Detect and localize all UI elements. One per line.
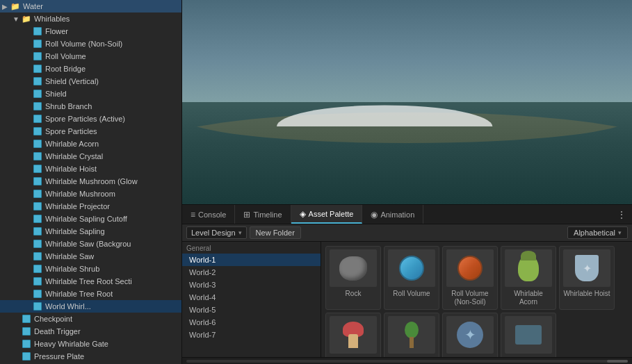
more-button[interactable]: ⋮ xyxy=(611,209,632,220)
tree-label: Whirlable Projector xyxy=(45,202,110,210)
asset-thumbnail xyxy=(563,249,610,287)
animation-icon: ◉ xyxy=(371,210,378,220)
asset-shape xyxy=(457,256,483,281)
asset-card-whirlable-saw[interactable]: ✦ Whirlable Saw xyxy=(442,313,498,357)
item-icon xyxy=(32,26,43,37)
sort-dropdown[interactable]: Alphabetical ▾ xyxy=(567,226,628,239)
item-icon xyxy=(21,326,32,337)
tree-label: Roll Volume xyxy=(45,52,86,60)
item-icon xyxy=(32,76,43,87)
item-icon xyxy=(32,263,43,274)
asset-card-whirlable-mushroom[interactable]: Whirlable Mushroom xyxy=(325,313,381,357)
asset-card-whirlable-sapling[interactable]: Whirlable Sapling xyxy=(384,313,439,357)
tree-label: Spore Particles (Active) xyxy=(45,115,125,123)
tree-label: Whirlable Hoist xyxy=(45,165,97,173)
tree-item-roll-volume-ns[interactable]: Roll Volume (Non-Soil) xyxy=(0,38,181,50)
tree-label: Pressure Plate xyxy=(34,352,84,361)
item-icon xyxy=(32,88,43,99)
tree-item-whirlable-saw[interactable]: Whirlable Saw xyxy=(0,250,181,263)
viewport xyxy=(182,0,632,204)
tree-item-whirlable-mushroom-glow[interactable]: Whirlable Mushroom (Glow xyxy=(0,175,181,188)
tree-item-spore-particles[interactable]: Spore Particles xyxy=(0,125,181,138)
folder-item-world-3[interactable]: World-3 xyxy=(182,279,321,291)
folder-item-world-4[interactable]: World-4 xyxy=(182,291,321,304)
new-folder-button[interactable]: New Folder xyxy=(250,226,301,239)
asset-label: Roll Volume (Non-Soil) xyxy=(446,290,494,306)
right-panel: ≡ Console ⊞ Timeline ◈ Asset Palette ◉ A… xyxy=(182,0,632,364)
tree-label: Shrub Branch xyxy=(45,102,92,110)
tree-item-water[interactable]: ▶ 📁 Water xyxy=(0,0,181,13)
folder-group-header: General xyxy=(182,242,321,254)
tree-item-whirlable-projector[interactable]: Whirlable Projector xyxy=(0,200,181,213)
toolbar-row: Level Design ▾ New Folder Alphabetical ▾ xyxy=(182,224,632,242)
folder-item-world-5[interactable]: World-5 xyxy=(182,304,321,316)
scrollbar-track[interactable] xyxy=(186,360,628,363)
tree-item-whirlable-tree-root-section[interactable]: Whirlable Tree Root Secti xyxy=(0,275,181,288)
tree-label: Root Bridge xyxy=(45,65,86,73)
item-icon xyxy=(32,226,43,237)
scrollbar-thumb[interactable] xyxy=(607,360,628,363)
asset-card-whirlable-saw-bg[interactable]: Whirlable Saw (Background) xyxy=(501,313,556,357)
timeline-icon: ⊞ xyxy=(243,210,250,220)
design-dropdown[interactable]: Level Design ▾ xyxy=(186,226,247,239)
tab-console-label: Console xyxy=(198,210,226,219)
item-icon xyxy=(32,38,43,49)
tree-item-heavy-whirlable-gate[interactable]: Heavy Whirlable Gate xyxy=(0,338,181,350)
tab-timeline[interactable]: ⊞ Timeline xyxy=(235,205,291,224)
asset-card-whirlable-acorn[interactable]: Whirlable Acorn xyxy=(501,246,556,310)
folder-item-world-2[interactable]: World-2 xyxy=(182,266,321,279)
tree-item-roll-volume[interactable]: Roll Volume xyxy=(0,50,181,63)
tree-item-whirlable-hoist[interactable]: Whirlable Hoist xyxy=(0,163,181,175)
tree-item-whirlable-sapling-cutoff[interactable]: Whirlable Sapling Cutoff xyxy=(0,213,181,225)
tree-item-whirlable-acorn[interactable]: Whirlable Acorn xyxy=(0,138,181,150)
folder-item-world-7[interactable]: World-7 xyxy=(182,329,321,341)
asset-thumbnail xyxy=(505,316,552,354)
item-icon xyxy=(32,176,43,187)
tab-animation[interactable]: ◉ Animation xyxy=(362,205,423,224)
design-label: Level Design xyxy=(191,229,236,237)
tab-asset-palette[interactable]: ◈ Asset Palette xyxy=(291,205,363,224)
folder-item-world-1[interactable]: World-1 xyxy=(182,254,321,266)
asset-shape xyxy=(401,322,422,348)
folder-icon: 📁 xyxy=(21,13,32,24)
tree-item-root-bridge[interactable]: Root Bridge xyxy=(0,63,181,75)
asset-thumbnail xyxy=(388,316,435,354)
folder-item-world-6[interactable]: World-6 xyxy=(182,316,321,329)
asset-card-whirlable-hoist[interactable]: Whirlable Hoist xyxy=(559,246,615,310)
asset-thumbnail xyxy=(330,249,377,287)
item-icon xyxy=(32,51,43,62)
tree-item-shield-vertical[interactable]: Shield (Vertical) xyxy=(0,75,181,88)
tree-item-world-whirl[interactable]: World Whirl... xyxy=(0,300,181,313)
tab-timeline-label: Timeline xyxy=(253,210,282,219)
tree-item-checkpoint[interactable]: Checkpoint xyxy=(0,313,181,325)
tree-item-whirlable-shrub[interactable]: Whirlable Shrub xyxy=(0,263,181,275)
item-icon xyxy=(32,213,43,224)
scrollbar-row xyxy=(182,357,632,364)
tree-label: Shield xyxy=(45,90,67,98)
tree-item-whirlable-crystal[interactable]: Whirlable Crystal xyxy=(0,150,181,163)
tree-item-shield[interactable]: Shield xyxy=(0,88,181,100)
tree-item-whirlable-sapling[interactable]: Whirlable Sapling xyxy=(0,225,181,238)
tab-console[interactable]: ≡ Console xyxy=(182,205,235,224)
item-icon xyxy=(32,251,43,262)
tree-label: Shield (Vertical) xyxy=(45,77,99,85)
tree-label: Checkpoint xyxy=(34,315,72,323)
asset-card-roll-volume-ns[interactable]: Roll Volume (Non-Soil) xyxy=(442,246,498,310)
tree-label: Whirlable Shrub xyxy=(45,265,99,273)
asset-card-roll-volume[interactable]: Roll Volume xyxy=(384,246,439,310)
item-icon xyxy=(32,101,43,112)
tree-item-pressure-plate[interactable]: Pressure Plate xyxy=(0,350,181,363)
tree-item-flower[interactable]: Flower xyxy=(0,25,181,38)
folder-icon: 📁 xyxy=(10,1,21,12)
tree-item-whirlable-tree-root[interactable]: Whirlable Tree Root xyxy=(0,288,181,300)
tree-item-whirlable-saw-background[interactable]: Whirlable Saw (Backgrou xyxy=(0,238,181,250)
tree-item-death-trigger[interactable]: Death Trigger xyxy=(0,325,181,338)
tree-label: Whirlable Tree Root Secti xyxy=(45,277,132,286)
tree-item-whirlable-mushroom[interactable]: Whirlable Mushroom xyxy=(0,188,181,200)
tree-item-spore-particles-active[interactable]: Spore Particles (Active) xyxy=(0,113,181,125)
console-icon: ≡ xyxy=(191,210,195,220)
item-icon xyxy=(32,276,43,287)
tree-item-shrub-branch[interactable]: Shrub Branch xyxy=(0,100,181,113)
asset-card-rock[interactable]: Rock xyxy=(325,246,381,310)
tree-item-whirlables[interactable]: ▼ 📁 Whirlables xyxy=(0,13,181,25)
